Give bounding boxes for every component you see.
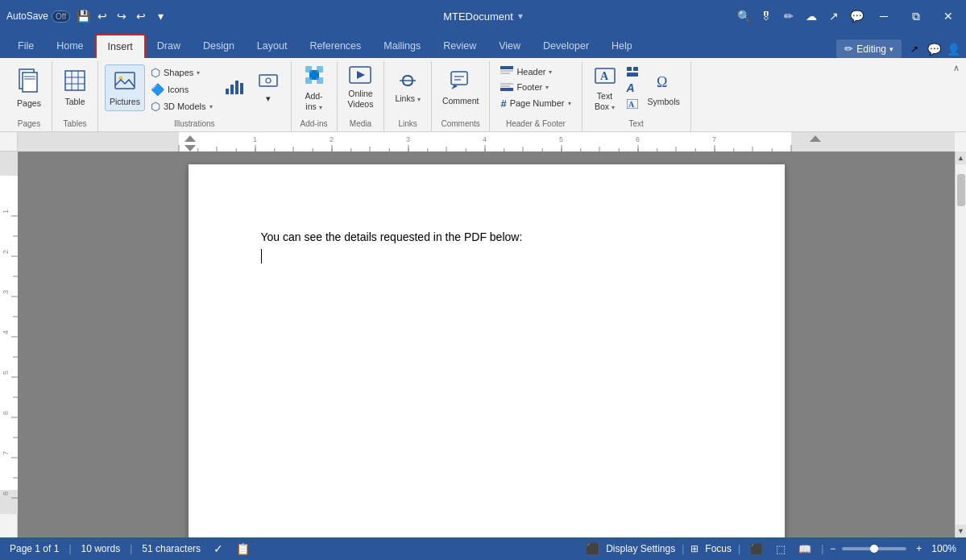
document-content[interactable]: You can see the details requested in the… [261,229,712,263]
icons-button[interactable]: 🔷 Icons [147,81,217,97]
3d-models-button[interactable]: ⬡ 3D Models ▾ [147,98,217,114]
online-videos-button[interactable]: OnlineVideos [344,64,378,111]
ribbon-group-tables: Table Tables [52,61,98,131]
restore-button[interactable]: ⧉ [905,5,927,27]
zoom-percent[interactable]: 100% [931,543,956,554]
tab-design[interactable]: Design [192,34,246,58]
editing-button[interactable]: ✏ Editing ▾ [836,39,902,58]
undo-arrow-icon[interactable]: ↪ [115,10,128,23]
tab-view[interactable]: View [487,34,532,58]
print-layout-button[interactable]: ⬛ [747,541,766,557]
svg-rect-34 [500,88,513,91]
screenshot-button[interactable]: ▾ [252,64,284,111]
collapse-ribbon-button[interactable]: ∧ [950,61,963,74]
tab-mailings[interactable]: Mailings [372,34,432,58]
table-icon [64,69,86,95]
document-area[interactable]: You can see the details requested in the… [18,151,955,537]
share-icon[interactable]: ↗ [827,10,840,23]
tab-home[interactable]: Home [45,34,94,58]
quick-access-icon[interactable]: ▾ [154,10,167,23]
ribbon-group-media: OnlineVideos Media [338,61,385,131]
shapes-button[interactable]: ⬡ Shapes ▾ [147,64,217,81]
dropcap-button[interactable]: A [623,97,642,110]
online-videos-label: OnlineVideos [348,89,374,109]
textbox-button[interactable]: A TextBox ▾ [589,64,621,111]
read-mode-button[interactable]: 📖 [795,541,815,557]
title-bar: AutoSave Off 💾 ↩ ↪ ↩ ▾ MTEDocument ▾ 🔍 🎖… [0,0,966,32]
wordart-icon: A [627,81,635,94]
chart-button[interactable] [218,64,251,111]
header-icon [500,66,513,77]
tab-references[interactable]: References [298,34,372,58]
user-icon[interactable]: 👤 [947,43,960,56]
vertical-scrollbar[interactable]: ▲ ▼ [955,151,966,537]
icons-label: Icons [168,85,189,94]
symbols-button[interactable]: Ω Symbols [644,64,684,111]
pages-button[interactable]: Pages [13,64,45,111]
tab-review[interactable]: Review [432,34,487,58]
cloud-icon[interactable]: ☁ [805,10,818,23]
headerfooter-group-content: Header ▾ Footer ▾ # Page Number ▾ [496,61,574,119]
display-settings-icon[interactable]: ⬛ [586,542,599,555]
header-button[interactable]: Header ▾ [496,64,574,79]
title-bar-center: MTEDocument ▾ [443,10,523,23]
pages-label: Pages [17,98,41,109]
main-area: You can see the details requested in the… [0,151,966,537]
ribbon-award-icon[interactable]: 🎖 [760,10,773,23]
document-title: MTEDocument [443,10,513,23]
cursor-line [261,249,712,263]
pen-icon[interactable]: ✏ [782,10,795,23]
autosave-switch[interactable]: Off [52,10,70,23]
document-page[interactable]: You can see the details requested in the… [189,164,785,537]
comments-icon[interactable]: 💬 [850,10,863,23]
media-group-label: Media [350,119,371,131]
focus-label[interactable]: Focus [705,543,732,554]
table-button[interactable]: Table [59,64,91,111]
display-settings-label[interactable]: Display Settings [606,543,675,554]
comment-button[interactable]: Comment [438,64,483,111]
status-bar: Page 1 of 1 | 10 words | 51 characters ✓… [0,537,966,560]
focus-icon[interactable]: ⊞ [690,543,699,554]
zoom-thumb[interactable] [870,545,878,553]
search-icon[interactable]: 🔍 [737,10,750,23]
tab-insert[interactable]: Insert [95,34,146,58]
minimize-button[interactable]: ─ [873,5,895,27]
svg-rect-38 [633,67,638,71]
tab-file[interactable]: File [6,34,45,58]
scroll-up-button[interactable]: ▲ [956,151,967,164]
doc-title-arrow[interactable]: ▾ [518,10,523,22]
autosave-toggle[interactable]: AutoSave Off [6,10,70,23]
close-button[interactable]: ✕ [937,5,960,27]
page-number-button[interactable]: # Page Number ▾ [496,96,574,111]
media-group-content: OnlineVideos [344,61,378,119]
footer-button[interactable]: Footer ▾ [496,80,574,94]
tab-layout[interactable]: Layout [246,34,299,58]
pictures-button[interactable]: Pictures [105,64,145,111]
proofing-icon[interactable]: ✓ [214,542,223,555]
zoom-slider[interactable] [842,547,906,550]
footer-arrow: ▾ [545,84,549,91]
tab-help[interactable]: Help [600,34,644,58]
web-layout-button[interactable]: ⬚ [773,541,789,557]
zoom-plus-button[interactable]: + [916,543,922,554]
undo-icon[interactable]: ↩ [96,10,109,23]
addins-button[interactable]: Add-ins ▾ [298,64,330,111]
links-group-content: Links ▾ [391,61,424,119]
scroll-down-button[interactable]: ▼ [956,525,967,537]
track-changes-icon[interactable]: 📋 [236,542,250,555]
scroll-thumb[interactable] [957,174,965,206]
quick-parts-button[interactable] [623,65,642,78]
redo-icon[interactable]: ↩ [135,10,147,23]
tab-developer[interactable]: Developer [532,34,600,58]
tab-draw[interactable]: Draw [146,34,192,58]
scroll-track[interactable] [956,164,967,525]
wordart-button[interactable]: A [623,80,642,96]
header-label: Header [516,67,545,77]
share-ribbon-icon[interactable]: ↗ [908,43,921,56]
svg-marker-26 [451,85,458,89]
comments-group-content: Comment [438,61,483,119]
links-button[interactable]: Links ▾ [391,64,424,111]
comments-ribbon-icon[interactable]: 💬 [927,43,940,56]
zoom-minus-button[interactable]: − [830,543,835,554]
save-icon[interactable]: 💾 [77,10,89,23]
